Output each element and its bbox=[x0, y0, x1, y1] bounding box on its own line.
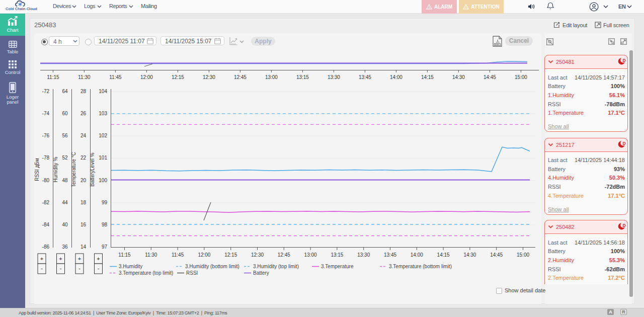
svg-text:D: D bbox=[623, 141, 626, 146]
svg-text:-84: -84 bbox=[42, 222, 50, 227]
svg-text:-: - bbox=[41, 265, 43, 271]
svg-text:!: ! bbox=[465, 6, 466, 9]
svg-text:56: 56 bbox=[62, 133, 68, 138]
svg-text:48: 48 bbox=[62, 178, 68, 183]
svg-text:14:00: 14:00 bbox=[390, 74, 403, 80]
svg-text:101: 101 bbox=[99, 155, 107, 161]
svg-text:14:45: 14:45 bbox=[484, 74, 496, 80]
svg-text:D: D bbox=[623, 223, 626, 228]
svg-text:97: 97 bbox=[102, 244, 108, 250]
svg-text:3.Temperature: 3.Temperature bbox=[321, 264, 354, 269]
svg-text:+: + bbox=[59, 256, 62, 262]
svg-text:104: 104 bbox=[99, 89, 107, 94]
svg-text:13:15: 13:15 bbox=[331, 252, 343, 258]
svg-text:20: 20 bbox=[80, 178, 87, 183]
svg-text:-74: -74 bbox=[42, 111, 50, 116]
svg-text:3.Humidity: 3.Humidity bbox=[119, 264, 142, 269]
svg-text:98: 98 bbox=[102, 222, 108, 227]
svg-text:13:30: 13:30 bbox=[357, 252, 370, 258]
svg-text:+: + bbox=[40, 256, 43, 262]
svg-text:100: 100 bbox=[99, 178, 107, 183]
svg-text:-80: -80 bbox=[42, 178, 50, 183]
svg-text:11:15: 11:15 bbox=[118, 252, 131, 258]
svg-text:3.Humidity (bottom limit): 3.Humidity (bottom limit) bbox=[185, 264, 239, 269]
svg-text:40: 40 bbox=[62, 222, 68, 227]
svg-text:Humidity %: Humidity % bbox=[53, 157, 58, 183]
svg-text:44: 44 bbox=[62, 200, 68, 205]
svg-text:26: 26 bbox=[80, 111, 87, 116]
svg-text:-: - bbox=[98, 265, 100, 271]
svg-text:+: + bbox=[97, 256, 100, 262]
svg-text:11:45: 11:45 bbox=[172, 252, 184, 258]
svg-text:RSSI: RSSI bbox=[186, 270, 198, 276]
svg-text:11:45: 11:45 bbox=[109, 74, 122, 80]
svg-text:14:15: 14:15 bbox=[421, 74, 434, 80]
svg-text:14:30: 14:30 bbox=[452, 74, 465, 80]
svg-text:3.Temperature (top limit): 3.Temperature (top limit) bbox=[119, 270, 173, 276]
svg-text:13:00: 13:00 bbox=[304, 252, 317, 258]
svg-text:14:30: 14:30 bbox=[463, 252, 476, 258]
svg-text:13:30: 13:30 bbox=[328, 74, 340, 80]
svg-text:+: + bbox=[78, 256, 81, 262]
svg-text:18: 18 bbox=[80, 200, 87, 205]
svg-text:28: 28 bbox=[80, 89, 87, 94]
svg-text:-76: -76 bbox=[42, 133, 50, 138]
svg-text:11:30: 11:30 bbox=[145, 252, 157, 258]
svg-text:12:00: 12:00 bbox=[198, 252, 210, 258]
svg-text:-: - bbox=[60, 265, 62, 271]
svg-text:BatteryLevel %: BatteryLevel % bbox=[90, 152, 95, 186]
svg-text:D: D bbox=[623, 58, 626, 63]
svg-text:22: 22 bbox=[80, 155, 87, 161]
svg-text:-72: -72 bbox=[42, 89, 50, 94]
svg-text:16: 16 bbox=[80, 222, 87, 227]
svg-text:12:45: 12:45 bbox=[278, 252, 290, 258]
svg-text:Temperature °C: Temperature °C bbox=[71, 152, 76, 187]
svg-text:60: 60 bbox=[62, 111, 68, 116]
svg-text:12:45: 12:45 bbox=[234, 74, 247, 80]
svg-text:-78: -78 bbox=[42, 155, 50, 161]
svg-text:12:15: 12:15 bbox=[224, 252, 237, 258]
svg-text:Battery: Battery bbox=[253, 270, 269, 276]
svg-text:14: 14 bbox=[80, 244, 87, 250]
svg-text:102: 102 bbox=[99, 133, 107, 138]
svg-text:13:00: 13:00 bbox=[265, 74, 278, 80]
svg-text:3.Humidity (top limit): 3.Humidity (top limit) bbox=[253, 264, 299, 269]
svg-text:12:30: 12:30 bbox=[251, 252, 264, 258]
svg-text:14:45: 14:45 bbox=[490, 252, 503, 258]
svg-text:13:45: 13:45 bbox=[359, 74, 371, 80]
svg-text:-: - bbox=[78, 265, 80, 271]
svg-text:12:30: 12:30 bbox=[203, 74, 215, 80]
svg-text:13:15: 13:15 bbox=[296, 74, 309, 80]
svg-text:24: 24 bbox=[80, 133, 87, 138]
svg-text:64: 64 bbox=[62, 89, 68, 94]
svg-text:-86: -86 bbox=[42, 244, 50, 250]
svg-text:11:15: 11:15 bbox=[47, 74, 59, 80]
svg-text:15:00: 15:00 bbox=[517, 252, 529, 258]
svg-text:15:00: 15:00 bbox=[515, 74, 527, 80]
svg-text:!: ! bbox=[429, 6, 430, 9]
svg-text:11:30: 11:30 bbox=[78, 74, 91, 80]
svg-text:14:00: 14:00 bbox=[411, 252, 423, 258]
svg-text:12:15: 12:15 bbox=[172, 74, 184, 80]
svg-text:3.Temperature (bottom limit): 3.Temperature (bottom limit) bbox=[389, 264, 452, 269]
svg-text:52: 52 bbox=[62, 155, 68, 161]
svg-text:36: 36 bbox=[62, 244, 68, 250]
svg-text:-82: -82 bbox=[42, 200, 50, 205]
svg-text:99: 99 bbox=[102, 200, 108, 205]
svg-text:14:15: 14:15 bbox=[437, 252, 450, 258]
svg-text:13:45: 13:45 bbox=[384, 252, 396, 258]
svg-text:103: 103 bbox=[99, 111, 107, 116]
svg-text:12:00: 12:00 bbox=[140, 74, 153, 80]
svg-text:RSSI дБм: RSSI дБм bbox=[34, 158, 40, 181]
